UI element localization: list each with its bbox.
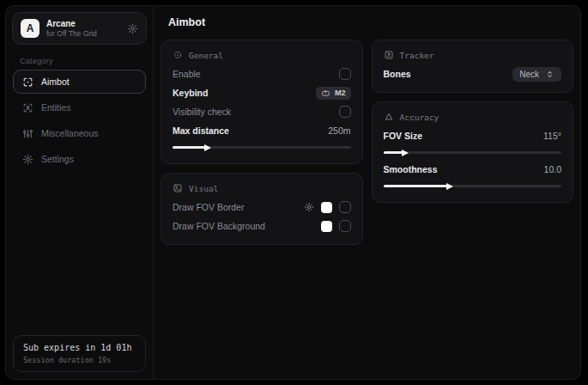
session-duration-text: Session duration 19s [23, 356, 136, 364]
sidebar-item-label: Settings [41, 154, 74, 164]
content: General Enable Keybind [154, 39, 580, 252]
panel-tracker-title: Tracker [400, 51, 434, 60]
main-area: Aimbot General Enable [154, 6, 580, 379]
fov-size-value: 115° [543, 131, 561, 141]
sidebar-item-label: Aimbot [41, 76, 70, 87]
panel-general-title: General [189, 51, 223, 60]
brand-name: Arcane [46, 19, 97, 28]
left-column: General Enable Keybind [161, 40, 363, 245]
smoothness-slider-fill[interactable] [384, 185, 452, 187]
panel-tracker-header: Tracker [384, 50, 562, 60]
smoothness-slider[interactable] [384, 185, 562, 187]
brand-logo: A [21, 19, 39, 38]
panel-accuracy: Accuracy FOV Size 115° Smoothness 10.0 [372, 101, 574, 203]
enable-label: Enable [173, 69, 201, 79]
row-smoothness: Smoothness 10.0 [384, 160, 562, 179]
max-distance-label: Max distance [173, 125, 229, 136]
row-max-distance: Max distance 250m [173, 121, 351, 140]
smoothness-value: 10.0 [544, 164, 561, 174]
sidebar-item-label: Entities [41, 102, 70, 113]
app-window: A Arcane for Off The Grid Category Aimbo… [5, 5, 581, 380]
fov-size-slider-fill[interactable] [384, 151, 407, 154]
bones-select[interactable]: Neck [512, 67, 561, 82]
image-icon [173, 183, 183, 193]
gear-icon[interactable] [304, 202, 314, 212]
panel-visual: Visual Draw FOV Border [161, 173, 363, 245]
max-distance-slider-fill[interactable] [173, 146, 209, 149]
page-title: Aimbot [154, 6, 580, 39]
mouse-icon [321, 89, 330, 98]
scan-person-icon [22, 102, 33, 113]
draw-fov-border-label: Draw FOV Border [173, 202, 244, 212]
row-draw-fov-border: Draw FOV Border [173, 198, 351, 217]
draw-fov-border-checkbox[interactable] [339, 201, 351, 213]
row-keybind: Keybind M2 [173, 83, 351, 102]
row-draw-fov-background: Draw FOV Background [173, 217, 351, 235]
sidebar-item-label: Miscellaneous [41, 128, 99, 138]
crosshair-dotted-icon [173, 50, 183, 60]
row-enable: Enable [173, 64, 351, 83]
row-visibility-check: Visibility check [173, 102, 351, 121]
fov-background-color-swatch[interactable] [321, 221, 332, 232]
fov-border-color-swatch[interactable] [321, 202, 332, 213]
crosshair-brackets-icon [22, 76, 33, 88]
visibility-check-checkbox[interactable] [339, 106, 351, 118]
triangle-icon [384, 112, 394, 122]
sidebar-nav: Aimbot Entities Miscellaneous [6, 70, 153, 171]
fov-size-slider[interactable] [384, 151, 562, 154]
keybind-label: Keybind [173, 88, 208, 98]
enable-checkbox[interactable] [339, 68, 351, 80]
panel-visual-title: Visual [189, 184, 218, 193]
smoothness-label: Smoothness [384, 164, 438, 174]
unfold-icon [545, 70, 555, 79]
max-distance-value: 250m [328, 125, 350, 136]
row-bones: Bones Neck [384, 64, 562, 83]
sidebar-item-miscellaneous[interactable]: Miscellaneous [13, 121, 146, 145]
bones-label: Bones [384, 69, 411, 79]
draw-fov-background-label: Draw FOV Background [173, 221, 265, 231]
sidebar: A Arcane for Off The Grid Category Aimbo… [6, 6, 154, 379]
row-fov-size: FOV Size 115° [384, 126, 562, 145]
panel-general: General Enable Keybind [161, 40, 363, 164]
keybind-value: M2 [335, 89, 346, 97]
visibility-check-label: Visibility check [173, 107, 231, 117]
brand-text: Arcane for Off The Grid [46, 19, 97, 38]
person-frame-icon [384, 50, 394, 60]
keybind-button[interactable]: M2 [316, 87, 351, 100]
sidebar-item-entities[interactable]: Entities [13, 95, 146, 119]
sliders-icon [22, 128, 33, 139]
panel-general-header: General [173, 50, 351, 60]
max-distance-slider[interactable] [173, 146, 351, 149]
brand-card: A Arcane for Off The Grid [12, 12, 147, 45]
sub-expiry-text: Sub expires in 1d 01h [23, 343, 136, 352]
gear-icon [22, 154, 33, 165]
panel-accuracy-title: Accuracy [400, 113, 439, 122]
brand-subtitle: for Off The Grid [46, 29, 97, 38]
subscription-status-card: Sub expires in 1d 01h Session duration 1… [13, 335, 146, 372]
sidebar-item-settings[interactable]: Settings [13, 147, 146, 171]
draw-fov-background-checkbox[interactable] [339, 220, 351, 232]
category-label: Category [6, 48, 153, 70]
panel-tracker: Tracker Bones Neck [372, 40, 574, 93]
panel-accuracy-header: Accuracy [384, 112, 562, 122]
bones-selected-value: Neck [519, 70, 539, 79]
fov-size-label: FOV Size [384, 131, 423, 141]
panel-visual-header: Visual [173, 183, 351, 193]
sidebar-item-aimbot[interactable]: Aimbot [13, 70, 146, 94]
right-column: Tracker Bones Neck [372, 40, 574, 203]
gear-icon[interactable] [127, 23, 138, 34]
